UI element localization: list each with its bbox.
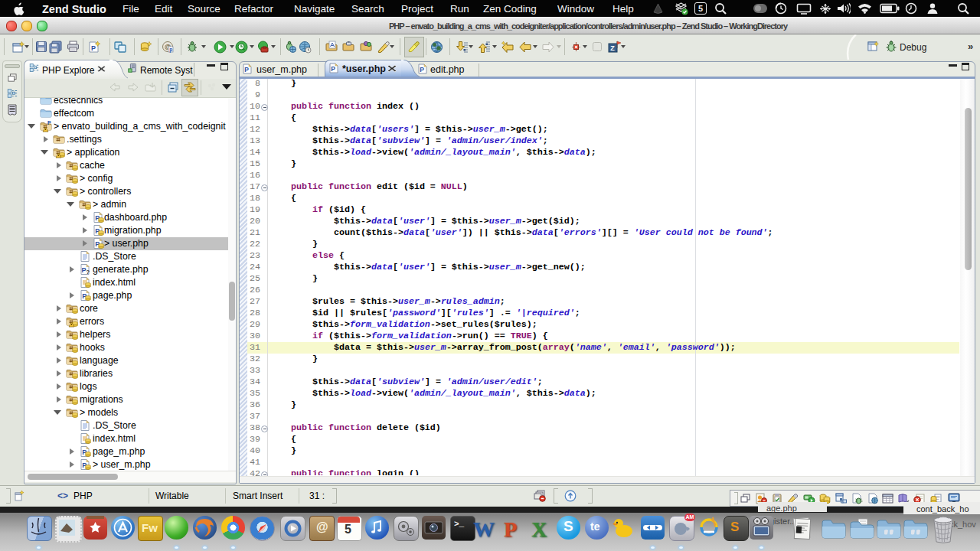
svg-text:P: P [331,65,335,73]
svg-text:P: P [244,66,249,73]
svg-text:P: P [91,44,96,52]
svg-text:P: P [420,66,424,73]
svg-text:p: p [169,47,172,53]
svg-text:Z: Z [610,44,615,52]
